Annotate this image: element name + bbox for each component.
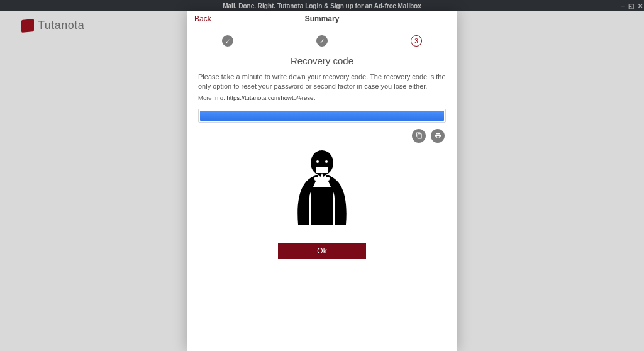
instruction-text: Please take a minute to write down your … [198,72,446,92]
window-titlebar: Mail. Done. Right. Tutanota Login & Sign… [0,0,644,11]
more-info: More Info: https://tutanota.com/howto/#r… [198,94,446,101]
step-1-done: ✓ [222,35,233,47]
step-indicator: ✓ ✓ 3 [187,26,457,52]
back-button[interactable]: Back [194,14,211,23]
section-title: Recovery code [187,55,457,66]
brand-logo-icon [21,18,34,32]
maximize-icon[interactable]: ◱ [628,3,634,9]
more-info-label: More Info: [198,94,225,101]
ok-button[interactable]: Ok [278,243,366,259]
svg-rect-4 [314,177,321,181]
modal-header: Back Summary [187,11,457,26]
illustration [198,149,446,233]
page-background: Tutanota Back Summary ✓ ✓ 3 Recovery cod… [0,11,644,351]
copy-icon [416,130,423,142]
svg-rect-5 [323,177,330,181]
svg-point-2 [316,160,319,163]
brand: Tutanota [21,19,84,32]
signup-modal: Back Summary ✓ ✓ 3 Recovery code Please … [187,11,457,351]
print-button[interactable] [431,129,445,143]
step-number: 3 [414,38,418,45]
step-2-done: ✓ [316,35,328,47]
window-controls: – ◱ ✕ [621,0,643,11]
step-3-current: 3 [411,35,422,47]
window-title: Mail. Done. Right. Tutanota Login & Sign… [223,3,421,9]
code-actions [198,129,446,143]
recovery-code-selection [200,111,444,121]
check-icon: ✓ [225,38,230,45]
svg-point-3 [325,160,328,163]
minimize-icon[interactable]: – [621,3,625,9]
print-icon [435,130,441,142]
svg-rect-1 [316,167,328,173]
modal-body: Please take a minute to write down your … [187,66,457,259]
more-info-link[interactable]: https://tutanota.com/howto/#reset [226,94,314,101]
modal-title: Summary [305,14,340,23]
recovery-code-field[interactable] [198,109,446,123]
copy-button[interactable] [412,129,426,143]
close-icon[interactable]: ✕ [638,3,643,9]
check-icon: ✓ [319,38,325,45]
person-secret-icon [284,149,360,233]
brand-name: Tutanota [38,19,84,32]
